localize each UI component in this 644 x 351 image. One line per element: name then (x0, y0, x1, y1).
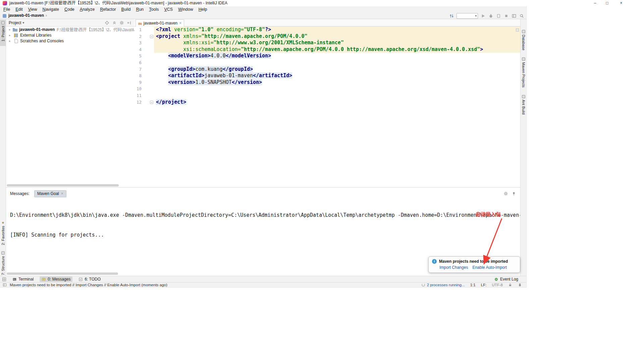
line-number: 4 (135, 46, 142, 53)
event-log-button[interactable]: Event Log (494, 277, 518, 282)
right-tool-stripe: Database Maven Projects Ant Build (520, 19, 526, 276)
inspections-indicator-icon[interactable] (516, 29, 519, 32)
line-number: 12 (135, 99, 142, 106)
caret-position-widget[interactable]: 1:1 (470, 283, 476, 287)
tree-row-project-root[interactable]: ▸ javaweb-01-maven F:\班级管理\西开【19525】\2、代… (6, 27, 134, 32)
screen: javaweb-01-maven [F:\班级管理\西开【19525】\2、代码… (0, 0, 644, 351)
menu-edit[interactable]: Edit (13, 6, 25, 12)
code-editor[interactable]: 1 <?xml version="1.0" encoding="UTF-8"?>… (135, 27, 520, 187)
project-folder-icon (12, 27, 18, 32)
line-number: 3 (135, 40, 142, 46)
titlebar: javaweb-01-maven [F:\班级管理\西开【19525】\2、代码… (0, 0, 644, 6)
project-tree: ▸ javaweb-01-maven F:\班级管理\西开【19525】\2、代… (6, 27, 134, 187)
toolwindow-button-structure[interactable]: 7: Structure (0, 250, 6, 277)
toolwindow-terminal[interactable]: Terminal (10, 277, 36, 282)
close-tab-icon[interactable]: × (179, 21, 181, 26)
stop-button[interactable] (503, 13, 509, 18)
toolwindow-button-database[interactable]: Database (521, 29, 527, 52)
line-number: 11 (135, 92, 142, 99)
todo-icon (78, 277, 83, 282)
maven-projects-icon (522, 57, 525, 61)
menu-window[interactable]: Window (175, 6, 196, 12)
search-everywhere-icon[interactable] (519, 13, 524, 18)
menu-view[interactable]: View (25, 6, 40, 12)
minimize-button[interactable]: – (590, 0, 600, 6)
code-line: 11 (135, 92, 520, 99)
stripe-label-structure: 7: Structure (1, 256, 5, 275)
messages-toolwindow-label: 0: Messages (48, 277, 70, 282)
tree-row-scratches[interactable]: ▸ Scratches and Consoles (6, 38, 134, 44)
collapse-all-icon[interactable] (112, 20, 117, 25)
write-lock-icon[interactable] (508, 283, 513, 287)
inspections-profile-icon[interactable] (518, 283, 522, 287)
close-button[interactable]: × (616, 0, 627, 6)
run-toolbar: ▾ (449, 13, 524, 19)
line-number: 2 (135, 33, 142, 40)
project-horizontal-scrollbar[interactable] (7, 184, 119, 187)
enable-auto-import-link[interactable]: Enable Auto-Import (472, 265, 507, 270)
layout-icon[interactable] (511, 13, 517, 18)
toolwindow-button-ant-build[interactable]: Ant Build (521, 94, 527, 117)
messages-panel-header: Messages: Maven Goal × (6, 187, 520, 198)
import-changes-link[interactable]: Import Changes (439, 265, 468, 270)
menu-tools[interactable]: Tools (146, 6, 161, 12)
expand-arrow-icon[interactable]: ▸ (9, 34, 13, 37)
menu-help[interactable]: Help (196, 6, 210, 12)
line-number: 8 (135, 72, 142, 79)
run-button[interactable] (480, 13, 486, 18)
expand-arrow-icon[interactable]: ▸ (9, 39, 13, 43)
menu-code[interactable]: Code (62, 6, 77, 12)
breadcrumb[interactable]: javaweb-01-maven (8, 12, 44, 19)
toolwindow-button-maven-projects[interactable]: Maven Projects (521, 56, 527, 90)
menu-vcs[interactable]: VCS (162, 6, 176, 12)
toolwindow-messages[interactable]: 0: Messages (40, 277, 72, 282)
editor-tab-pom[interactable]: m javaweb-01-maven × (136, 19, 184, 27)
expand-arrow-icon[interactable]: ▸ (9, 28, 12, 31)
code-line: 7 <groupId>com.kuang</groupId> (135, 66, 520, 73)
close-tab-icon[interactable]: × (61, 191, 63, 196)
menu-navigate[interactable]: Navigate (40, 6, 62, 12)
gear-icon[interactable] (119, 20, 124, 25)
menu-build[interactable]: Build (119, 6, 133, 12)
hide-panel-icon[interactable] (126, 20, 131, 25)
toolwindow-button-favorites[interactable]: ★ 2: Favorites (0, 220, 6, 247)
project-panel-title[interactable]: Project (9, 20, 21, 25)
intellij-logo-icon (3, 1, 7, 5)
line-separator-widget[interactable]: LF: (481, 283, 487, 287)
editor-tab-label: javaweb-01-maven (144, 21, 177, 26)
stripe-label-project: 1: Project (1, 26, 5, 41)
bottom-tool-bar: Terminal 0: Messages 6: TODO Event Log (0, 276, 526, 282)
maximize-button[interactable]: □ (602, 0, 612, 6)
notification-balloon: i Maven projects need to be imported Imp… (428, 256, 520, 273)
fold-icon[interactable]: − (150, 35, 153, 38)
fold-icon[interactable]: − (150, 101, 153, 104)
locate-icon[interactable] (104, 20, 109, 25)
run-config-select[interactable]: ▾ (457, 13, 478, 19)
menu-refactor[interactable]: Refactor (97, 6, 118, 12)
caret-down-icon: ▾ (22, 21, 24, 24)
favorites-star-icon: ★ (2, 221, 5, 224)
toolwindow-corner-icon[interactable] (3, 283, 7, 287)
pin-icon[interactable] (511, 191, 516, 196)
menu-analyze[interactable]: Analyze (77, 6, 97, 12)
processes-running-link[interactable]: 2 processes running... (427, 283, 465, 287)
code-line: 10 (135, 86, 520, 92)
updown-arrows-icon[interactable] (449, 13, 454, 18)
coverage-button[interactable] (496, 13, 501, 18)
debug-button[interactable] (488, 13, 493, 18)
console-horizontal-scrollbar[interactable] (7, 272, 118, 275)
toolwindow-todo[interactable]: 6: TODO (76, 277, 103, 282)
toolwindow-button-project[interactable]: 1: Project (0, 20, 6, 46)
status-bar: Maven projects need to be imported // Im… (0, 282, 526, 287)
code-line: 2 − <project xmlns="http://maven.apache.… (135, 33, 520, 40)
menu-file[interactable]: File (1, 6, 13, 12)
encoding-widget[interactable]: UTF-8 (492, 283, 503, 287)
line-number: 9 (135, 79, 142, 86)
toolwindow-switcher-icon[interactable] (2, 277, 6, 282)
menu-run[interactable]: Run (133, 6, 146, 12)
maven-goal-tab[interactable]: Maven Goal × (34, 190, 66, 197)
tree-row-external-libraries[interactable]: ▸ External Libraries (6, 32, 134, 38)
gear-icon[interactable] (503, 191, 508, 196)
todo-label: 6: TODO (85, 277, 101, 282)
annotation-text: 自动导入包 (476, 210, 501, 217)
